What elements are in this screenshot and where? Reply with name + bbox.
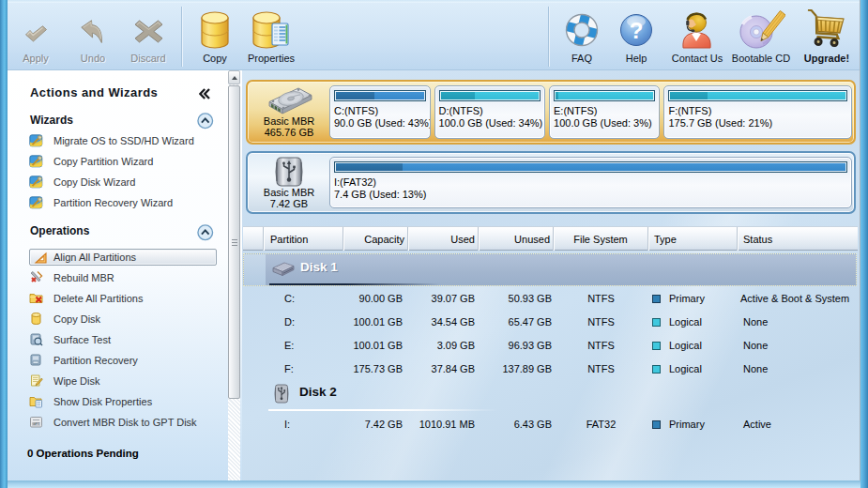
svg-text:?: ? xyxy=(630,18,644,43)
